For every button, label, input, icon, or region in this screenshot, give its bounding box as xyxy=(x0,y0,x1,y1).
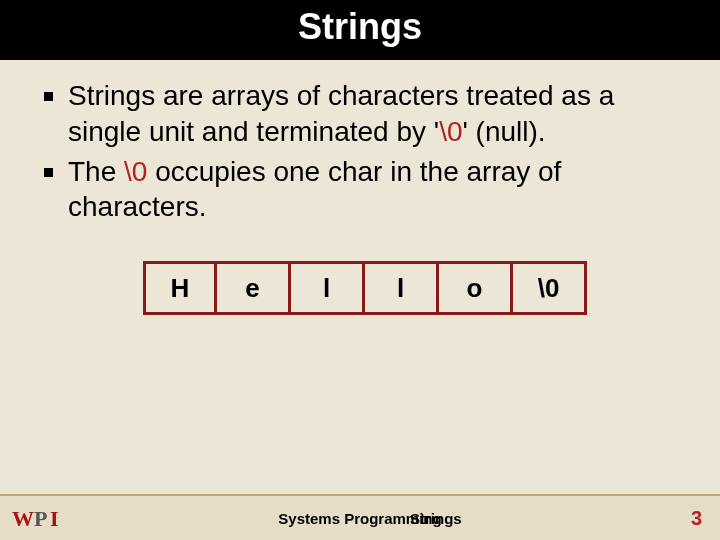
bullet-list: Strings are arrays of characters treated… xyxy=(44,78,686,225)
char-array: H e l l o \0 xyxy=(44,261,686,315)
array-cell: o xyxy=(439,261,513,315)
bullet-item: The \0 occupies one char in the array of… xyxy=(44,154,686,226)
array-cell: H xyxy=(143,261,217,315)
footer-topic-text: Strings xyxy=(410,510,462,527)
slide-footer: W P I Systems Programming Strings 3 xyxy=(0,494,720,540)
title-bar: Strings xyxy=(0,0,720,60)
bullet-text-post: ' (null). xyxy=(462,116,545,147)
array-cell: \0 xyxy=(513,261,587,315)
bullet-text-highlight: \0 xyxy=(124,156,147,187)
array-cell: l xyxy=(291,261,365,315)
bullet-item: Strings are arrays of characters treated… xyxy=(44,78,686,150)
slide-title: Strings xyxy=(0,6,720,48)
bullet-text-highlight: \0 xyxy=(439,116,462,147)
slide-content: Strings are arrays of characters treated… xyxy=(0,60,720,315)
bullet-text-pre: The xyxy=(68,156,124,187)
footer-center-text: Systems Programming xyxy=(0,510,720,527)
array-cell: l xyxy=(365,261,439,315)
footer-page-number: 3 xyxy=(691,507,702,530)
array-cell: e xyxy=(217,261,291,315)
